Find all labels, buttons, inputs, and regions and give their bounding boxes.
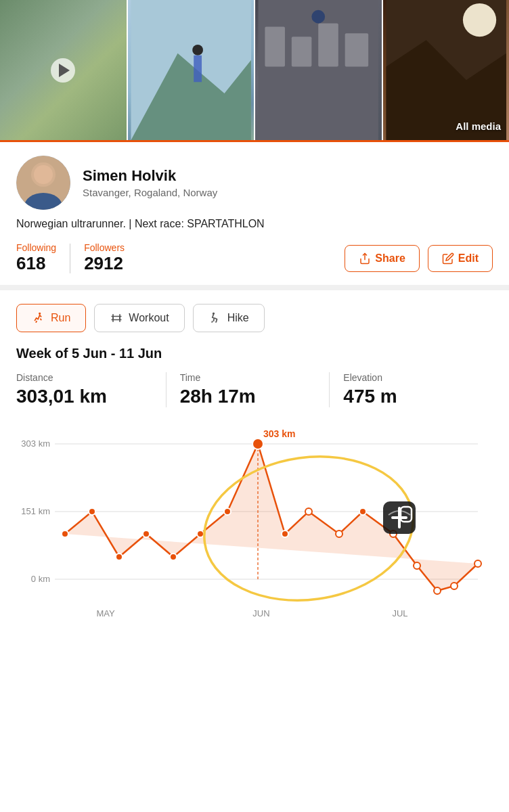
stats-block: Following 618 Followers 2912 bbox=[16, 242, 125, 274]
svg-point-34 bbox=[170, 554, 177, 560]
week-stats: Distance 303,01 km Time 28h 17m Elevatio… bbox=[16, 372, 493, 407]
following-count: 618 bbox=[16, 253, 56, 274]
edit-icon bbox=[442, 252, 454, 265]
svg-point-37 bbox=[252, 438, 263, 449]
profile-name-location: Simen Holvik Stavanger, Rogaland, Norway bbox=[83, 167, 217, 198]
svg-text:JUN: JUN bbox=[252, 608, 269, 618]
week-label: Week of 5 Jun - 11 Jun bbox=[16, 346, 493, 361]
svg-text:151 km: 151 km bbox=[21, 506, 50, 516]
profile-section: Simen Holvik Stavanger, Rogaland, Norway… bbox=[0, 142, 509, 290]
share-button[interactable]: Share bbox=[345, 245, 419, 272]
profile-location: Stavanger, Rogaland, Norway bbox=[83, 187, 217, 198]
media-item-2[interactable] bbox=[128, 0, 256, 140]
hike-icon bbox=[208, 311, 222, 325]
workout-icon bbox=[110, 311, 123, 325]
media-strip: All media bbox=[0, 0, 509, 142]
avatar[interactable] bbox=[16, 156, 70, 210]
profile-bio: Norwegian ultrarunner. | Next race: SPAR… bbox=[16, 218, 493, 230]
svg-point-41 bbox=[359, 508, 366, 515]
svg-point-2 bbox=[192, 45, 203, 55]
svg-point-9 bbox=[311, 10, 325, 24]
tab-workout-label: Workout bbox=[129, 312, 169, 324]
activity-section: Run Workout Hike Week of 5 Jun - 11 Jun … bbox=[0, 290, 509, 640]
svg-rect-18 bbox=[113, 317, 120, 320]
svg-text:MAY: MAY bbox=[96, 608, 115, 618]
action-buttons: Share Edit bbox=[345, 245, 493, 272]
elevation-label: Elevation bbox=[343, 372, 479, 383]
svg-point-33 bbox=[143, 531, 150, 537]
svg-text:0 km: 0 km bbox=[31, 574, 50, 584]
share-icon bbox=[359, 252, 371, 265]
followers-label: Followers bbox=[84, 242, 125, 253]
svg-point-44 bbox=[434, 587, 441, 594]
edit-button[interactable]: Edit bbox=[428, 245, 493, 272]
profile-header: Simen Holvik Stavanger, Rogaland, Norway bbox=[16, 156, 493, 210]
week-stat-elevation: Elevation 475 m bbox=[329, 372, 493, 407]
svg-rect-7 bbox=[318, 24, 338, 67]
tab-workout[interactable]: Workout bbox=[94, 304, 184, 332]
week-stat-time: Time 28h 17m bbox=[166, 372, 330, 407]
svg-point-46 bbox=[474, 560, 481, 567]
tab-bar: Run Workout Hike bbox=[16, 304, 493, 332]
tab-run-label: Run bbox=[51, 312, 70, 324]
all-media-label[interactable]: All media bbox=[456, 120, 501, 132]
distance-label: Distance bbox=[16, 372, 152, 383]
svg-rect-6 bbox=[292, 37, 312, 66]
svg-point-16 bbox=[34, 165, 53, 184]
svg-point-35 bbox=[197, 531, 204, 537]
stats-actions: Following 618 Followers 2912 Share bbox=[16, 242, 493, 274]
svg-text:303 km: 303 km bbox=[21, 438, 50, 449]
following-stat[interactable]: Following 618 bbox=[16, 242, 56, 274]
followers-count: 2912 bbox=[84, 253, 125, 274]
svg-rect-5 bbox=[265, 26, 285, 66]
svg-point-32 bbox=[116, 554, 123, 560]
svg-point-36 bbox=[224, 508, 231, 515]
followers-stat[interactable]: Followers 2912 bbox=[84, 242, 125, 274]
svg-rect-3 bbox=[194, 55, 202, 82]
svg-point-30 bbox=[62, 531, 68, 537]
time-label: Time bbox=[180, 372, 316, 383]
media-item-4[interactable]: All media bbox=[383, 0, 510, 140]
elevation-value: 475 m bbox=[343, 386, 479, 407]
media-item-3[interactable] bbox=[255, 0, 383, 140]
profile-name: Simen Holvik bbox=[83, 167, 217, 185]
distance-value: 303,01 km bbox=[16, 386, 152, 407]
run-icon bbox=[32, 311, 45, 325]
chart-container: 303 km 151 km 0 km MAY JUN JUL bbox=[16, 424, 493, 640]
week-stat-distance: Distance 303,01 km bbox=[16, 372, 166, 407]
media-item-1[interactable] bbox=[0, 0, 128, 140]
svg-point-39 bbox=[305, 508, 312, 515]
time-value: 28h 17m bbox=[180, 386, 316, 407]
play-button[interactable] bbox=[51, 58, 75, 83]
svg-point-31 bbox=[89, 508, 95, 515]
svg-point-45 bbox=[451, 583, 458, 589]
svg-text:303 km: 303 km bbox=[263, 428, 295, 439]
stat-divider bbox=[70, 244, 70, 273]
share-label: Share bbox=[375, 252, 405, 265]
tab-hike[interactable]: Hike bbox=[193, 304, 265, 332]
following-label: Following bbox=[16, 242, 56, 253]
svg-rect-8 bbox=[345, 33, 369, 66]
svg-point-43 bbox=[414, 562, 420, 569]
svg-point-11 bbox=[462, 3, 495, 37]
svg-point-40 bbox=[336, 531, 342, 537]
activity-chart: 303 km 151 km 0 km MAY JUN JUL bbox=[16, 424, 493, 640]
edit-label: Edit bbox=[458, 252, 479, 265]
svg-point-38 bbox=[282, 531, 288, 537]
tab-hike-label: Hike bbox=[227, 312, 249, 324]
tab-run[interactable]: Run bbox=[16, 304, 86, 332]
svg-text:JUL: JUL bbox=[392, 608, 407, 618]
